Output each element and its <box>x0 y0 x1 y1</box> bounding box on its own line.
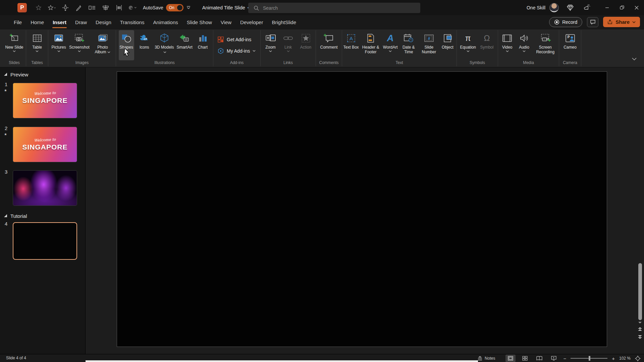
slide-thumbnail-2[interactable]: Welcome to SINGAPORE <box>13 127 77 162</box>
normal-view-button[interactable] <box>505 355 516 362</box>
table-button[interactable]: Table <box>30 30 45 60</box>
screen-recording-button[interactable]: Screen Recording <box>533 30 557 60</box>
new-comment-icon <box>323 32 334 44</box>
tab-developer[interactable]: Developer <box>236 16 267 29</box>
photo-album-button[interactable]: Photo Album <box>92 30 113 60</box>
reading-view-button[interactable] <box>534 355 544 362</box>
tab-slide-show[interactable]: Slide Show <box>182 16 216 29</box>
chevron-down-icon <box>467 50 470 52</box>
distribute-columns-icon[interactable] <box>115 3 123 12</box>
vertical-scrollbar-thumb[interactable] <box>638 263 642 320</box>
align-center-icon[interactable] <box>101 3 110 12</box>
object-button[interactable]: Object <box>440 30 455 60</box>
video-progress-bar <box>86 360 478 362</box>
slide-number-button[interactable]: # Slide Number <box>419 30 439 60</box>
pictures-icon <box>54 32 64 44</box>
tab-brightslide[interactable]: BrightSlide <box>267 16 301 29</box>
my-add-ins-button[interactable]: My Add-ins <box>217 48 256 54</box>
zoom-in-button[interactable]: + <box>612 356 615 361</box>
premium-diamond-icon[interactable] <box>566 4 574 12</box>
tab-animations[interactable]: Animations <box>149 16 182 29</box>
megaphone-icon[interactable] <box>583 4 591 12</box>
notes-button[interactable]: Notes <box>477 356 495 361</box>
wordart-button[interactable]: A WordArt <box>383 30 398 60</box>
comments-button[interactable] <box>587 17 598 27</box>
screenshot-button[interactable]: Screenshot <box>69 30 90 60</box>
user-avatar[interactable] <box>549 3 559 12</box>
collapse-ribbon-button[interactable] <box>632 58 637 61</box>
shapes-icon <box>121 32 131 44</box>
equation-icon: π <box>465 32 471 44</box>
animation-pen-icon[interactable] <box>74 3 83 12</box>
slide-sorter-view-button[interactable] <box>520 355 530 362</box>
new-slide-button[interactable]: New Slide <box>5 30 23 60</box>
group-label-images: Images <box>48 60 116 66</box>
zoom-slider-handle[interactable] <box>589 356 590 361</box>
tab-design[interactable]: Design <box>91 16 116 29</box>
slide-thumbnail-panel: Preview 1 ★ Welcome to SINGAPORE 2 ★ Wel… <box>0 67 86 354</box>
move-object-icon[interactable] <box>61 3 70 12</box>
thumb-caption-title: SINGAPORE <box>13 143 77 151</box>
section-tutorial[interactable]: Tutorial <box>4 213 27 219</box>
next-slide-icon[interactable] <box>638 335 642 339</box>
close-button[interactable] <box>629 0 644 15</box>
shape-fill-dropdown-icon[interactable] <box>128 3 137 12</box>
powerpoint-logo-icon[interactable]: P <box>17 3 27 12</box>
zoom-out-button[interactable]: − <box>563 356 566 361</box>
header-footer-button[interactable]: Header & Footer <box>360 30 381 60</box>
share-button[interactable]: Share <box>603 17 640 27</box>
comment-button[interactable]: Comment <box>320 30 337 60</box>
slide-layout-icon[interactable] <box>88 3 97 12</box>
qat-customize-icon[interactable] <box>186 6 191 9</box>
search-input[interactable] <box>263 5 404 11</box>
favorite-icon[interactable] <box>34 3 43 12</box>
new-slide-icon <box>9 32 19 44</box>
3d-models-button[interactable]: 3D Models <box>155 30 174 60</box>
zoom-button[interactable]: Zoom <box>263 30 278 60</box>
zoom-slider[interactable] <box>571 358 607 359</box>
section-collapse-icon <box>4 214 7 217</box>
slide-thumbnail-1[interactable]: Welcome to SINGAPORE <box>13 83 77 118</box>
previous-slide-icon[interactable] <box>638 327 642 331</box>
slide-number-label: 1 <box>5 81 7 87</box>
text-box-icon: A <box>346 32 356 44</box>
slide-thumbnail-4-selected[interactable] <box>13 222 77 260</box>
star-dropdown-icon[interactable] <box>48 3 56 12</box>
tab-insert[interactable]: Insert <box>48 16 71 29</box>
chart-button[interactable]: Chart <box>195 30 210 60</box>
date-time-button[interactable]: Date & Time <box>399 30 418 60</box>
audio-button[interactable]: Audio <box>517 30 532 60</box>
icons-button[interactable]: Icons <box>137 30 152 60</box>
slide-thumbnail-3[interactable] <box>13 170 77 206</box>
tab-draw[interactable]: Draw <box>71 16 91 29</box>
tab-view[interactable]: View <box>216 16 236 29</box>
autosave-toggle[interactable]: On <box>166 4 183 11</box>
section-preview[interactable]: Preview <box>4 72 28 77</box>
zoom-level[interactable]: 102 % <box>619 356 631 361</box>
slide-editing-canvas[interactable] <box>117 71 607 347</box>
equation-button[interactable]: π Equation <box>460 30 476 60</box>
ribbon-tabs: File Home Insert Draw Design Transitions… <box>0 15 644 29</box>
smartart-button[interactable]: SmartArt <box>176 30 192 60</box>
fit-slide-to-window-icon[interactable] <box>635 356 641 361</box>
quick-access-toolbar <box>34 3 137 12</box>
group-label-media: Media <box>498 60 559 66</box>
notes-label: Notes <box>485 356 495 361</box>
video-button[interactable]: Video <box>499 30 515 60</box>
3d-models-icon <box>160 32 169 44</box>
tab-file[interactable]: File <box>9 16 26 29</box>
slide-number-label: 2 <box>5 125 7 131</box>
pictures-button[interactable]: Pictures <box>51 30 66 60</box>
scroll-down-icon[interactable] <box>638 321 642 324</box>
minimize-button[interactable] <box>600 0 614 15</box>
tab-home[interactable]: Home <box>26 16 48 29</box>
get-add-ins-button[interactable]: Get Add-ins <box>217 36 251 43</box>
text-box-button[interactable]: A Text Box <box>343 30 359 60</box>
group-links: Zoom Link Action Links <box>261 30 316 66</box>
restore-button[interactable] <box>614 0 629 15</box>
record-button[interactable]: Record <box>549 17 582 27</box>
tab-transitions[interactable]: Transitions <box>116 16 149 29</box>
slide-show-button[interactable] <box>549 355 559 362</box>
cameo-button[interactable]: P Cameo <box>562 30 578 60</box>
search-box[interactable] <box>248 3 420 13</box>
